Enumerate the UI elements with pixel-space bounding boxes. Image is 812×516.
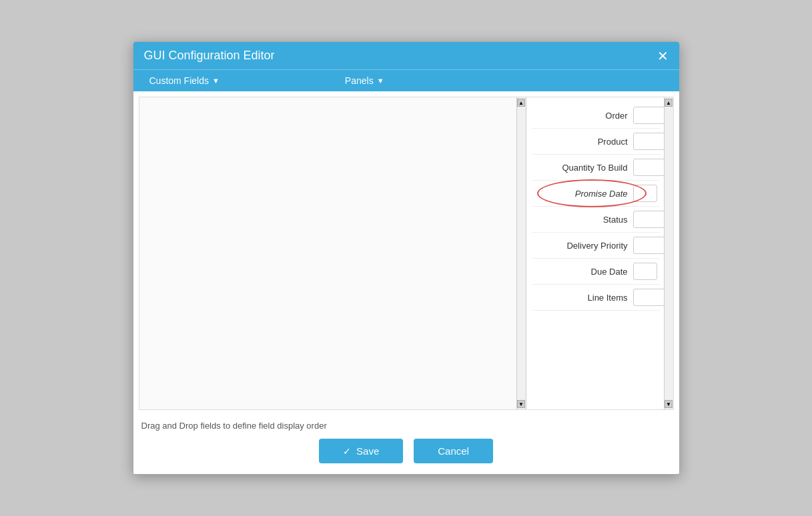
field-label-quantity_to_build: Quantity To Build bbox=[534, 163, 628, 173]
field-row-quantity_to_build: Quantity To Build bbox=[532, 155, 660, 181]
scroll-down-right[interactable]: ▼ bbox=[665, 400, 673, 408]
dialog-menubar: Custom Fields ▼ Panels ▼ bbox=[133, 69, 679, 91]
field-label-line_items: Line Items bbox=[534, 293, 628, 303]
fields-list: OrderProductQuantity To BuildPromise Dat… bbox=[526, 97, 673, 316]
field-label-delivery_priority: Delivery Priority bbox=[534, 241, 628, 251]
field-row-order: Order bbox=[532, 103, 660, 129]
custom-fields-menu[interactable]: Custom Fields ▼ bbox=[140, 70, 229, 91]
dialog-close-button[interactable]: ✕ bbox=[657, 49, 669, 63]
panels-chevron: ▼ bbox=[377, 77, 384, 85]
custom-fields-chevron: ▼ bbox=[212, 77, 220, 85]
field-label-product: Product bbox=[534, 137, 628, 147]
left-scrollbar: ▲ ▼ bbox=[516, 97, 526, 409]
custom-fields-label: Custom Fields bbox=[149, 75, 209, 86]
field-row-delivery_priority: Delivery Priority bbox=[532, 233, 660, 259]
panels-label: Panels bbox=[345, 75, 374, 86]
field-row-product: Product bbox=[532, 129, 660, 155]
scroll-up-right[interactable]: ▲ bbox=[665, 99, 673, 107]
panels-menu[interactable]: Panels ▼ bbox=[336, 70, 394, 91]
footer-buttons: ✓ Save Cancel bbox=[141, 439, 671, 469]
scroll-down-left[interactable]: ▼ bbox=[517, 400, 525, 408]
dialog-title: GUI Configuration Editor bbox=[144, 49, 275, 63]
dialog-titlebar: GUI Configuration Editor ✕ bbox=[133, 42, 679, 69]
right-panel: OrderProductQuantity To BuildPromise Dat… bbox=[526, 97, 673, 409]
field-row-promise_date: Promise Date📅 bbox=[532, 181, 660, 207]
field-row-status: Status bbox=[532, 207, 660, 233]
field-label-status: Status bbox=[534, 215, 628, 225]
field-label-order: Order bbox=[534, 111, 628, 121]
drag-hint: Drag and Drop fields to define field dis… bbox=[141, 421, 671, 431]
panels-area: ▲ ▼ OrderProductQuantity To BuildPromise… bbox=[139, 97, 674, 410]
field-row-due_date: Due Date📅 bbox=[532, 259, 660, 285]
field-input-promise_date[interactable] bbox=[634, 189, 657, 199]
scroll-up-left[interactable]: ▲ bbox=[517, 99, 525, 107]
save-button[interactable]: ✓ Save bbox=[319, 439, 403, 463]
dialog-body: ▲ ▼ OrderProductQuantity To BuildPromise… bbox=[133, 91, 679, 474]
field-date-wrapper-due_date: 📅 bbox=[633, 263, 657, 280]
right-scrollbar: ▲ ▼ bbox=[664, 97, 673, 409]
gui-config-editor-dialog: GUI Configuration Editor ✕ Custom Fields… bbox=[133, 41, 680, 475]
left-panel: ▲ ▼ bbox=[139, 97, 526, 409]
field-label-promise_date: Promise Date bbox=[534, 189, 628, 199]
dialog-footer: Drag and Drop fields to define field dis… bbox=[133, 415, 679, 474]
field-row-line_items: Line Items bbox=[532, 285, 660, 311]
field-input-due_date[interactable] bbox=[634, 267, 657, 277]
field-label-due_date: Due Date bbox=[534, 267, 628, 277]
save-label: Save bbox=[356, 445, 379, 457]
field-date-wrapper-promise_date: 📅 bbox=[633, 185, 657, 202]
save-checkmark: ✓ bbox=[343, 446, 351, 457]
cancel-button[interactable]: Cancel bbox=[414, 439, 493, 463]
